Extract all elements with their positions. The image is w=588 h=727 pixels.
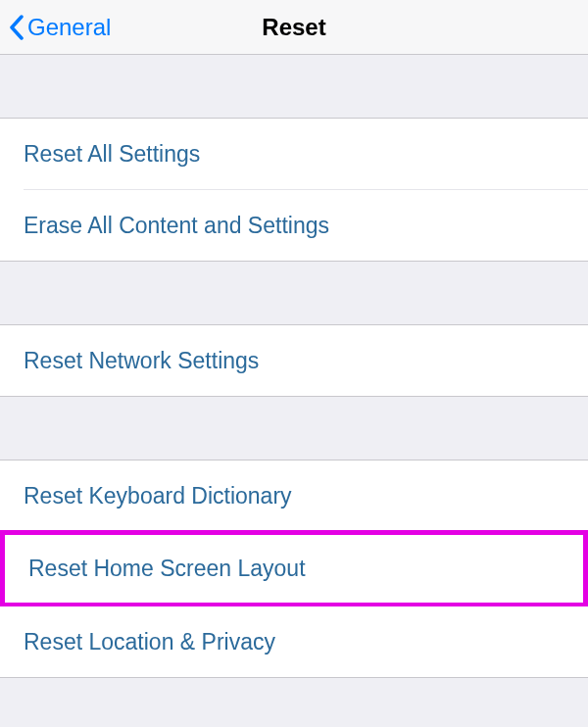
reset-network-settings-row[interactable]: Reset Network Settings xyxy=(0,325,588,396)
section-spacer xyxy=(0,397,588,460)
row-label: Reset Keyboard Dictionary xyxy=(24,483,292,509)
row-label: Reset Location & Privacy xyxy=(24,629,275,655)
row-label: Reset Network Settings xyxy=(24,348,259,374)
back-label: General xyxy=(27,14,111,41)
reset-all-settings-row[interactable]: Reset All Settings xyxy=(0,119,588,189)
page-title: Reset xyxy=(262,14,325,41)
highlight-annotation: Reset Home Screen Layout xyxy=(0,530,588,607)
reset-group-2: Reset Network Settings xyxy=(0,324,588,397)
row-label: Reset All Settings xyxy=(24,141,200,168)
erase-all-content-row[interactable]: Erase All Content and Settings xyxy=(0,190,588,261)
reset-location-privacy-row[interactable]: Reset Location & Privacy xyxy=(0,606,588,677)
row-label: Erase All Content and Settings xyxy=(24,213,329,239)
section-spacer xyxy=(0,262,588,324)
reset-keyboard-dictionary-row[interactable]: Reset Keyboard Dictionary xyxy=(0,460,588,531)
section-spacer xyxy=(0,55,588,118)
reset-group-3: Reset Keyboard Dictionary Reset Home Scr… xyxy=(0,460,588,678)
reset-home-screen-layout-row[interactable]: Reset Home Screen Layout xyxy=(5,535,583,603)
chevron-left-icon xyxy=(8,14,25,41)
back-button[interactable]: General xyxy=(8,14,111,41)
row-label: Reset Home Screen Layout xyxy=(28,556,306,582)
nav-bar: General Reset xyxy=(0,0,588,55)
reset-group-1: Reset All Settings Erase All Content and… xyxy=(0,118,588,262)
